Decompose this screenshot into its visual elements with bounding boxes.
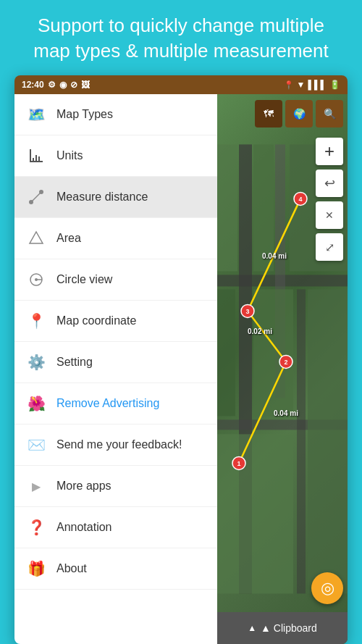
status-time: 12:40 [22, 80, 44, 90]
menu-item-more-apps[interactable]: ▶ More apps [14, 466, 217, 507]
search-button[interactable]: 🔍 [316, 100, 343, 127]
measure-distance-icon [26, 187, 46, 207]
svg-rect-0 [30, 161, 43, 162]
svg-rect-21 [217, 290, 235, 417]
battery-status-icon: 🔋 [329, 80, 340, 90]
remove-advertising-label: Remove Advertising [56, 397, 159, 410]
svg-rect-23 [308, 290, 348, 594]
menu-item-measure-distance[interactable]: Measure distance [14, 177, 217, 218]
location-button[interactable]: ◎ [311, 572, 343, 604]
circle-view-label: Circle view [56, 273, 112, 286]
menu-item-remove-advertising[interactable]: 🌺 Remove Advertising [14, 383, 217, 425]
feedback-label: Send me your feedback! [56, 438, 182, 451]
feedback-icon: ✉️ [26, 435, 46, 455]
clipboard-arrow-icon: ▲ [248, 623, 256, 633]
map-actions: + ↩ ✕ ⤢ [316, 138, 343, 261]
undo-button[interactable]: ↩ [316, 170, 343, 197]
about-label: About [56, 562, 87, 575]
map-coordinate-label: Map coordinate [56, 314, 136, 327]
signal-status-icon: ▌▌▌ [308, 80, 327, 90]
measure-distance-label: Measure distance [56, 191, 148, 204]
svg-text:4: 4 [298, 196, 302, 204]
svg-text:3: 3 [245, 309, 249, 316]
menu-item-circle-view[interactable]: Circle view [14, 259, 217, 301]
layers-button[interactable]: 🗺 [255, 100, 282, 127]
delete-button[interactable]: ✕ [316, 201, 343, 229]
map-bottom-right: ◎ [311, 572, 343, 604]
svg-text:0.02 mi: 0.02 mi [248, 328, 272, 336]
svg-text:0.04 mi: 0.04 mi [262, 253, 287, 261]
svg-rect-22 [217, 435, 293, 594]
remove-advertising-icon: 🌺 [26, 393, 46, 414]
menu-item-setting[interactable]: ⚙️ Setting [14, 342, 217, 383]
menu-drawer: 🗺️ Map Types Units [14, 94, 217, 644]
clipboard-bar[interactable]: ▲ ▲ Clipboard [217, 612, 348, 644]
menu-item-map-coordinate[interactable]: 📍 Map coordinate [14, 301, 217, 342]
expand-button[interactable]: ⤢ [316, 233, 343, 261]
circle-status-icon: ⊘ [70, 80, 77, 90]
menu-item-feedback[interactable]: ✉️ Send me your feedback! [14, 425, 217, 466]
wifi-status-icon: ▼ [297, 80, 306, 90]
svg-rect-1 [30, 149, 31, 162]
annotation-label: Annotation [56, 521, 112, 534]
more-apps-label: More apps [56, 480, 111, 493]
header-text: Support to quickly change multiple map t… [0, 0, 362, 75]
svg-rect-2 [33, 158, 34, 161]
svg-point-11 [35, 278, 38, 281]
more-apps-icon: ▶ [26, 476, 46, 496]
image-status-icon: 🖼 [81, 80, 90, 90]
setting-label: Setting [56, 356, 93, 369]
gear-status-icon: ⚙ [48, 80, 56, 90]
svg-marker-8 [30, 232, 43, 243]
svg-rect-20 [253, 290, 293, 417]
svg-text:0.04 mi: 0.04 mi [274, 410, 298, 418]
menu-item-map-types[interactable]: 🗺️ Map Types [14, 94, 217, 135]
phone-container: 12:40 ⚙ ◉ ⊘ 🖼 📍 ▼ ▌▌▌ 🔋 🗺️ Map Types [14, 75, 348, 644]
app-content: 🗺️ Map Types Units [14, 94, 348, 644]
map-toolbar-top: 🗺 🌍 🔍 [255, 100, 343, 127]
menu-item-about[interactable]: 🎁 About [14, 548, 217, 590]
svg-rect-16 [297, 290, 306, 594]
menu-item-area[interactable]: Area [14, 218, 217, 259]
area-label: Area [56, 232, 81, 245]
add-point-button[interactable]: + [316, 138, 343, 165]
shield-status-icon: ◉ [59, 80, 67, 90]
svg-rect-4 [38, 156, 40, 161]
units-icon [26, 146, 46, 166]
map-types-label: Map Types [56, 108, 113, 121]
svg-rect-18 [217, 145, 237, 272]
about-icon: 🎁 [26, 559, 46, 579]
setting-icon: ⚙️ [26, 352, 46, 372]
globe-button[interactable]: 🌍 [285, 100, 313, 127]
circle-view-icon [26, 269, 46, 290]
annotation-icon: ❓ [26, 517, 46, 538]
svg-rect-3 [35, 155, 37, 161]
map-types-icon: 🗺️ [26, 104, 46, 125]
status-bar: 12:40 ⚙ ◉ ⊘ 🖼 📍 ▼ ▌▌▌ 🔋 [14, 75, 348, 94]
menu-item-units[interactable]: Units [14, 135, 217, 177]
svg-line-7 [31, 192, 41, 202]
map-area: 1 2 3 4 0.04 mi 0.02 mi 0.04 mi 🗺 🌍 🔍 [217, 94, 348, 644]
location-status-icon: 📍 [284, 80, 294, 90]
area-icon [26, 228, 46, 248]
map-coordinate-icon: 📍 [26, 311, 46, 331]
svg-text:1: 1 [237, 461, 240, 468]
svg-text:2: 2 [284, 359, 287, 367]
clipboard-label: ▲ Clipboard [261, 622, 317, 634]
units-label: Units [56, 149, 83, 162]
menu-item-annotation[interactable]: ❓ Annotation [14, 507, 217, 548]
